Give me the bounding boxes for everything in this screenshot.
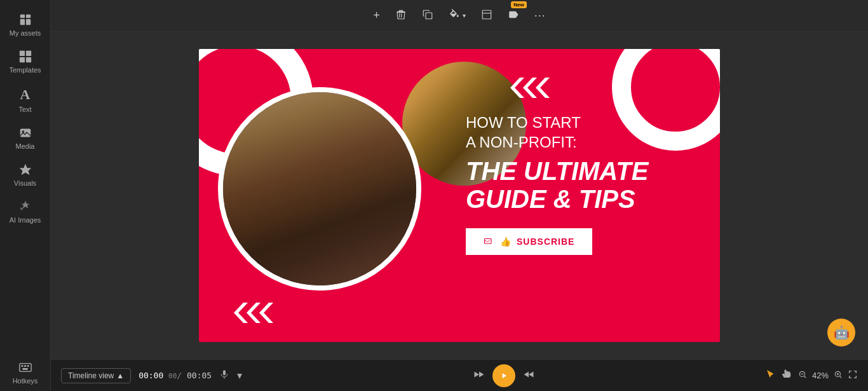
svg-rect-4	[19, 51, 24, 56]
brand-icon	[508, 9, 519, 23]
sidebar-item-hotkeys[interactable]: Hotkeys	[0, 354, 50, 391]
play-button[interactable]	[492, 364, 515, 387]
layers-button[interactable]	[476, 5, 498, 27]
svg-marker-31	[479, 371, 484, 377]
svg-rect-13	[24, 365, 26, 367]
arrows-bottom-left	[234, 303, 288, 323]
svg-rect-14	[27, 365, 29, 367]
ai-images-icon	[18, 200, 32, 214]
svg-marker-34	[529, 371, 534, 377]
templates-icon	[18, 50, 32, 64]
svg-rect-12	[21, 365, 23, 367]
top-toolbar: + ▾	[51, 0, 868, 32]
svg-marker-25	[234, 303, 248, 323]
title-text: THE ULTIMATE GUIDE & TIPS	[466, 157, 695, 213]
svg-rect-18	[482, 10, 491, 19]
expand-timeline-button[interactable]: ▾	[237, 369, 242, 381]
svg-rect-3	[25, 19, 30, 25]
current-time: 00:00	[139, 371, 163, 380]
more-options-button[interactable]: ···	[529, 5, 551, 26]
fill-icon	[449, 9, 460, 23]
rewind-button[interactable]	[473, 369, 485, 383]
brand-button[interactable]: New	[503, 5, 524, 27]
ai-robot-button[interactable]: 🤖	[827, 319, 855, 346]
sidebar-item-label: Text	[18, 106, 31, 113]
chevron-down-icon: ▾	[237, 370, 242, 381]
svg-rect-17	[426, 13, 432, 19]
sidebar-item-media[interactable]: Media	[0, 120, 50, 156]
svg-rect-6	[19, 57, 24, 62]
add-icon: +	[373, 9, 380, 22]
sidebar: My assets Templates A Text Media Visuals	[0, 0, 51, 391]
sidebar-item-label: Media	[16, 142, 35, 150]
more-icon: ···	[534, 9, 546, 22]
subscribe-label: SUBSCRIBE	[517, 237, 574, 247]
timeline-view-label: Timeline view	[68, 371, 114, 380]
delete-button[interactable]	[390, 5, 412, 27]
fast-forward-button[interactable]	[523, 369, 534, 383]
svg-line-41	[839, 376, 841, 378]
sidebar-item-text[interactable]: A Text	[0, 80, 50, 120]
svg-marker-20	[510, 78, 524, 98]
cursor-tool-button[interactable]	[765, 368, 776, 383]
canvas-wrapper: HOW TO START A NON-PROFIT: THE ULTIMATE …	[51, 32, 868, 359]
main-photo-placeholder	[223, 92, 416, 285]
main-area: + ▾	[51, 0, 868, 391]
delete-icon	[395, 9, 407, 23]
photo-circle-main	[218, 87, 421, 291]
chevron-up-icon: ▲	[116, 371, 124, 380]
zoom-level-display: 42%	[812, 371, 829, 380]
hotkeys-icon	[18, 360, 32, 374]
ai-robot-icon: 🤖	[834, 325, 850, 340]
media-icon	[18, 126, 32, 140]
right-controls: 42%	[765, 368, 858, 383]
sidebar-item-templates[interactable]: Templates	[0, 43, 50, 80]
svg-rect-28	[223, 370, 226, 375]
svg-rect-7	[25, 57, 31, 62]
text-content: HOW TO START A NON-PROFIT: THE ULTIMATE …	[466, 113, 695, 255]
svg-rect-1	[25, 15, 30, 18]
fill-button[interactable]: ▾	[444, 5, 471, 27]
sidebar-item-ai-images[interactable]: AI Images	[0, 193, 50, 230]
subtitle-text: HOW TO START A NON-PROFIT:	[466, 113, 695, 152]
svg-marker-30	[474, 371, 479, 377]
svg-marker-22	[536, 78, 550, 98]
microphone-button[interactable]	[219, 369, 229, 382]
sidebar-item-visuals[interactable]: Visuals	[0, 156, 50, 193]
svg-rect-23	[485, 239, 492, 244]
svg-rect-15	[22, 368, 27, 370]
hand-tool-button[interactable]	[782, 368, 793, 383]
svg-rect-11	[19, 364, 31, 372]
fill-dropdown-arrow: ▾	[463, 12, 466, 19]
fullscreen-button[interactable]	[848, 369, 858, 382]
zoom-in-button[interactable]	[834, 370, 843, 381]
sidebar-item-my-assets[interactable]: My assets	[0, 6, 50, 43]
sidebar-item-label: Templates	[9, 66, 41, 74]
svg-rect-16	[397, 11, 405, 13]
timeline-view-button[interactable]: Timeline view ▲	[61, 368, 131, 383]
canvas[interactable]: HOW TO START A NON-PROFIT: THE ULTIMATE …	[199, 49, 720, 342]
layers-icon	[481, 9, 492, 23]
app-container: My assets Templates A Text Media Visuals	[0, 0, 868, 391]
svg-point-24	[485, 240, 486, 242]
frame-separator	[163, 371, 168, 380]
svg-rect-0	[20, 15, 24, 18]
svg-rect-8	[20, 129, 31, 137]
zoom-out-button[interactable]	[798, 370, 807, 381]
sidebar-item-label: My assets	[10, 29, 41, 37]
sidebar-item-label: Hotkeys	[13, 377, 38, 385]
subscribe-button[interactable]: 👍 SUBSCRIBE	[466, 228, 592, 255]
svg-rect-5	[25, 51, 31, 56]
svg-line-37	[804, 376, 806, 378]
assets-icon	[18, 13, 32, 27]
frame-number: 00	[168, 372, 177, 380]
timeline-bar: Timeline view ▲ 00:00 00/ 00:05 ▾	[51, 359, 868, 391]
new-badge: New	[511, 1, 526, 8]
playback-controls	[473, 364, 534, 387]
text-icon: A	[20, 86, 31, 103]
svg-marker-21	[523, 78, 537, 98]
visuals-icon	[18, 163, 32, 177]
add-button[interactable]: +	[368, 5, 385, 26]
duplicate-button[interactable]	[417, 5, 438, 27]
svg-rect-2	[20, 19, 24, 25]
